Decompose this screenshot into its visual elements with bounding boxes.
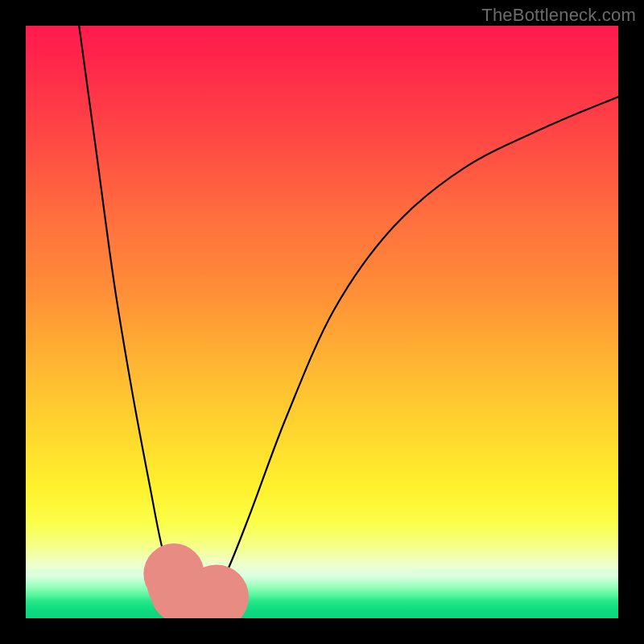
curve-layer	[26, 26, 618, 618]
curve-markers	[143, 543, 249, 618]
plot-area	[26, 26, 618, 618]
bottleneck-curve-left	[79, 26, 190, 613]
bottleneck-curve-right	[197, 97, 618, 613]
watermark-text: TheBottleneck.com	[481, 5, 636, 26]
chart-frame: TheBottleneck.com	[0, 0, 644, 644]
